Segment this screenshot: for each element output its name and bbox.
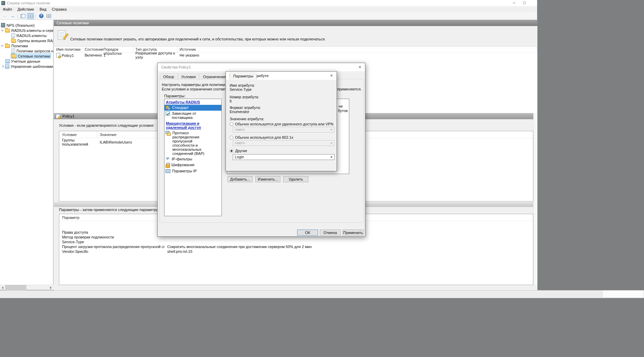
list-item-ip-settings[interactable]: Параметры IP	[165, 168, 221, 174]
radio-others-label: Другие	[235, 149, 247, 153]
folder-icon	[12, 54, 16, 58]
title-bar: Сервер сетевых политик – □	[0, 0, 537, 6]
tree-item-policies[interactable]: Политики	[0, 43, 53, 48]
attribute-name-value: Service-Type	[230, 87, 252, 91]
accounting-icon	[5, 59, 10, 63]
list-item-encryption[interactable]: Шифрование	[165, 162, 221, 168]
setting-row[interactable]: Процент загрузки протокола распределения…	[59, 245, 533, 249]
menu-action[interactable]: Действие	[15, 6, 37, 12]
tree-item-connection-request-policies[interactable]: Политики запросов на подключение	[0, 48, 53, 53]
group-radius-attributes: Атрибуты RADIUS	[165, 99, 219, 105]
apply-button[interactable]: Применить	[342, 230, 364, 236]
column-header-condition[interactable]: Условие	[59, 131, 97, 138]
attribute-number-label: Номер атрибута:	[230, 95, 259, 99]
radio-8021x[interactable]	[230, 136, 233, 139]
tree-item-remote-radius-groups[interactable]: Группы внешних RADIUS-серверов	[0, 38, 53, 43]
attribute-format-value: Enumerator	[230, 110, 249, 114]
list-item-vendor-specific[interactable]: Зависящие от поставщика	[165, 111, 221, 120]
pane-header: Сетевые политики	[54, 20, 537, 26]
funnel-icon	[166, 157, 170, 161]
maximize-button[interactable]: □	[519, 0, 530, 6]
dialog-title: Свойства Policy1	[161, 65, 355, 69]
setting-row[interactable]: Service-Type	[59, 240, 533, 245]
scrollbar-thumb[interactable]	[5, 285, 26, 290]
dialog-title-bar: Свойства Policy1 ×	[158, 63, 365, 71]
minimize-button[interactable]: –	[509, 0, 519, 6]
column-header-state[interactable]: Состояние	[83, 47, 101, 52]
tab-settings[interactable]: Параметры	[230, 73, 257, 80]
policy-icon	[56, 53, 60, 58]
radio-dialup-vpn-label: Обычно используется для удаленного досту…	[235, 122, 333, 126]
settings-label: Параметры - затем применяются следующие …	[59, 208, 160, 212]
chevron-expanded-icon[interactable]	[1, 29, 3, 31]
edit-button[interactable]: Изменить...	[255, 176, 280, 182]
lock-icon	[166, 163, 170, 168]
close-icon[interactable]: ×	[326, 72, 337, 80]
help-icon: ?	[39, 14, 44, 18]
tree-horizontal-scrollbar[interactable]	[0, 285, 53, 290]
checkbox-icon	[166, 111, 170, 116]
clipped-text-fragment: не	[339, 104, 343, 108]
attribute-format-label: Формат атрибута:	[230, 106, 261, 110]
scroll-left-button[interactable]	[0, 285, 5, 290]
forward-button[interactable]: →	[9, 13, 16, 19]
tree-item-accounting[interactable]: Учетные данные	[0, 59, 53, 64]
menu-file[interactable]: Файл	[0, 6, 15, 12]
delete-button[interactable]: Удалить	[283, 176, 308, 182]
forward-icon: →	[10, 13, 15, 19]
scroll-right-button[interactable]	[48, 285, 53, 290]
menu-view[interactable]: Вид	[37, 6, 49, 12]
group-routing-remote-access: Маршрутизация и удаленный доступ	[165, 120, 219, 130]
chevron-down-icon	[330, 129, 332, 131]
tree-item-templates-management[interactable]: Управление шаблонами	[0, 64, 53, 69]
console-tree: NPS (Локально) RADIUS-клиенты и серверы …	[0, 20, 53, 285]
menu-help[interactable]: Справка	[49, 6, 69, 12]
cancel-button[interactable]: Отмена	[320, 230, 341, 236]
standard-view-button[interactable]	[27, 13, 34, 19]
folder-icon	[11, 39, 16, 43]
app-icon	[1, 1, 5, 5]
others-dropdown[interactable]: Login	[233, 154, 335, 160]
back-button[interactable]: ←	[1, 13, 8, 19]
policy-row[interactable]: Policy1 Включено 1 Разрешение доступа к …	[54, 52, 537, 58]
attribute-number-value: 6	[230, 99, 232, 103]
list-item-bap[interactable]: Протокол распределения пропускной способ…	[165, 130, 221, 156]
triangle-right-icon	[50, 286, 52, 289]
chevron-expanded-icon[interactable]	[1, 44, 3, 47]
attribute-info-dialog: Сведения об атрибуте × Имя атрибута: Ser…	[226, 71, 337, 171]
chevron-down-icon	[330, 157, 332, 158]
column-header-processing-order[interactable]: Порядок обработки	[101, 47, 133, 52]
add-button[interactable]: Добавить...	[228, 176, 253, 182]
close-icon[interactable]: ×	[355, 63, 365, 71]
radio-dialup-vpn[interactable]	[230, 122, 233, 126]
settings-category-list[interactable]: Атрибуты RADIUS Стандарт Зависящие от по…	[164, 99, 222, 216]
radio-others[interactable]	[230, 149, 233, 153]
column-header-parameter[interactable]: Параметр	[59, 214, 165, 221]
bottom-strip-white-box	[602, 290, 644, 298]
help-button[interactable]: ?	[38, 13, 45, 19]
pane-description: Сетевые политики позволяют указать, кто …	[70, 37, 509, 41]
list-item-ip-filters[interactable]: IP-фильтры	[165, 156, 221, 162]
tree-item-radius-clients[interactable]: RADIUS-клиенты	[0, 33, 53, 38]
column-header-policy-name[interactable]: Имя политики	[54, 47, 83, 52]
tree-item-network-policies[interactable]: Сетевые политики	[0, 53, 53, 59]
triangle-left-icon	[2, 286, 3, 289]
tree-item-nps-root[interactable]: NPS (Локально)	[0, 23, 53, 28]
policy-icon	[56, 114, 60, 119]
detail-scrollbar[interactable]	[533, 113, 537, 285]
attribute-name-label: Имя атрибута:	[230, 83, 255, 87]
folder-icon	[5, 44, 10, 48]
list-item-standard[interactable]: Стандарт	[165, 105, 221, 111]
clipped-text-fragment: бутов	[338, 109, 348, 113]
action-pane-toggle-button[interactable]	[45, 13, 52, 19]
chevron-collapsed-icon[interactable]	[1, 65, 4, 67]
console-tree-toggle-button[interactable]	[20, 13, 26, 19]
ok-button[interactable]: ОК	[297, 230, 318, 236]
tree-item-radius-clients-servers[interactable]: RADIUS-клиенты и серверы	[0, 28, 53, 33]
bottom-strip	[0, 290, 644, 298]
selected-tree-item[interactable]: Сетевые политики	[11, 53, 51, 59]
setting-row[interactable]: Vendor-Specific shell:priv-lvl-15	[59, 249, 533, 254]
document-icon	[11, 49, 15, 53]
column-header-source[interactable]: Источник	[178, 47, 537, 52]
window-title: Сервер сетевых политик	[7, 1, 50, 5]
